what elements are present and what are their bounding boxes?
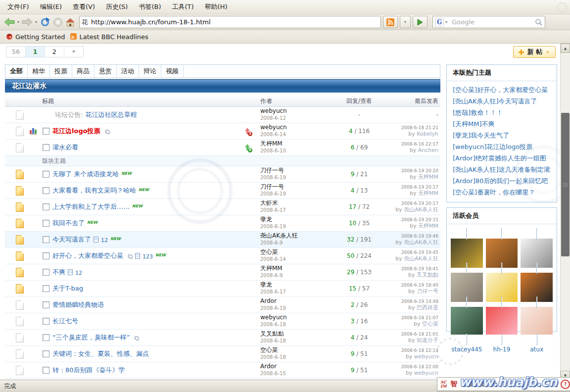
author-link[interactable]: 孽龙	[260, 216, 334, 223]
thread-title-link[interactable]: 灌水必看	[52, 143, 78, 152]
thread-checkbox[interactable]	[43, 350, 49, 357]
page-link[interactable]: 2	[104, 237, 108, 244]
author-link[interactable]: 刀仔一号	[260, 184, 334, 191]
new-post-dropdown-icon[interactable]: ▾	[545, 50, 550, 54]
thread-title-link[interactable]: 上大学前和上了大学后……	[52, 202, 130, 211]
vertical-scrollbar[interactable]: ▲ ▼	[560, 44, 570, 380]
avatar[interactable]	[486, 296, 518, 345]
ime-help-icon[interactable]: ?	[561, 380, 570, 389]
author-link[interactable]: 刀仔一号	[260, 167, 334, 174]
author-link[interactable]: 空心菜	[260, 249, 334, 256]
bookmark-getting-started[interactable]: Getting Started	[5, 32, 69, 42]
reload-button[interactable]	[39, 16, 51, 29]
hot-topic-link[interactable]: [Ardor]80后的我们一起来回忆吧	[453, 175, 551, 187]
menu-item[interactable]: 编辑(E)	[35, 1, 67, 12]
filter-tab[interactable]: 全部	[5, 65, 28, 78]
thread-title-link[interactable]: “三个臭皮匠，臭味都一样”	[52, 333, 130, 342]
filter-tab[interactable]: 精华	[28, 65, 50, 78]
lastpost-author-link[interactable]: 尧山AK杀人狂	[404, 255, 438, 262]
menu-item[interactable]: 文件(F)	[2, 1, 35, 12]
lastpost-author-link[interactable]: 巴西路亚	[417, 304, 438, 311]
author-link[interactable]: 天枰MM	[260, 265, 334, 272]
go-button[interactable]	[413, 16, 428, 28]
thread-title-link[interactable]: 无聊了 来个成语接龙哈	[52, 170, 119, 179]
page-link[interactable]: 3	[149, 253, 153, 260]
lastpost-author-link[interactable]: 尧山AK杀人狂	[404, 239, 438, 245]
thread-title-link[interactable]: 爱情婚姻经典物语	[52, 300, 104, 309]
lastpost-author-link[interactable]: 尧山AK杀人狂	[404, 206, 438, 213]
menu-item[interactable]: 历史(S)	[100, 1, 133, 12]
thread-checkbox[interactable]	[43, 220, 49, 227]
thread-title-link[interactable]: 花江边logo投票	[52, 127, 100, 136]
thread-checkbox[interactable]	[43, 367, 49, 374]
lastpost-author-link[interactable]: webyucn	[414, 353, 438, 360]
lastpost-author-link[interactable]: Kobelyh	[417, 131, 438, 137]
page-link[interactable]: 2	[79, 270, 82, 276]
thread-title-link[interactable]: 今天写遗言了	[52, 235, 91, 244]
bookmark-bbc-headlines[interactable]: Latest BBC Headlines	[69, 32, 152, 42]
ime-toolbar[interactable]: SCIM 智 智能拼音 全 ?	[437, 377, 570, 391]
lastpost-author-link[interactable]: 叉叉點點	[417, 272, 438, 278]
thread-title-link[interactable]: 花江边社区总章程	[85, 110, 137, 119]
lastpost-author-link[interactable]: 空心菜	[422, 321, 438, 327]
thread-checkbox[interactable]	[43, 301, 49, 308]
thread-checkbox[interactable]	[43, 252, 49, 259]
lastpost-author-link[interactable]: 天枰MM	[418, 174, 438, 180]
page-link[interactable]: 1	[142, 253, 146, 260]
scrollbar-thumb[interactable]	[561, 113, 570, 256]
filter-tab[interactable]: 商品	[72, 65, 95, 78]
back-dropdown-icon[interactable]: ▾	[16, 20, 21, 24]
search-engine-icon[interactable]: G	[435, 18, 444, 27]
ime-engine-name[interactable]: 智能拼音	[462, 380, 487, 389]
avatar[interactable]	[521, 296, 553, 345]
author-link[interactable]: 空心菜	[260, 347, 334, 354]
thread-title-link[interactable]: 长江七号	[52, 317, 78, 326]
pagination-next[interactable]: »	[64, 47, 83, 57]
url-text[interactable]: http://www.huajb.cn/forum-18-1.html	[91, 18, 379, 26]
thread-title-link[interactable]: 关于T-bag	[52, 284, 83, 293]
rss-feed-button[interactable]	[383, 16, 398, 28]
avatar[interactable]	[451, 296, 483, 345]
page-link[interactable]: 1	[101, 237, 104, 244]
filter-tab[interactable]: 辩论	[139, 65, 161, 78]
lastpost-author-link[interactable]: Anchen	[418, 147, 438, 153]
author-link[interactable]: 叉叉點點	[260, 331, 334, 338]
member-name-link[interactable]: stacey445	[451, 346, 483, 353]
thread-checkbox[interactable]	[43, 187, 49, 194]
author-link[interactable]: webyucn	[260, 314, 334, 321]
thread-checkbox[interactable]	[43, 128, 49, 135]
scim-logo[interactable]: SCIM	[440, 380, 447, 388]
thread-checkbox[interactable]	[43, 171, 49, 178]
author-link[interactable]: webyucn	[260, 124, 334, 131]
page-link[interactable]: 1	[75, 270, 79, 276]
url-bar[interactable]: 花 http://www.huajb.cn/forum-18-1.html	[79, 16, 381, 28]
ime-engine-icon[interactable]: 智	[451, 380, 458, 389]
page-link[interactable]: 2	[146, 253, 149, 260]
member-name-link[interactable]: atux	[521, 346, 553, 353]
filter-tab[interactable]: 视频	[161, 65, 184, 78]
thread-checkbox[interactable]	[43, 285, 49, 292]
thread-checkbox[interactable]	[43, 318, 49, 325]
thread-checkbox[interactable]	[43, 203, 49, 210]
author-link[interactable]: 天枰MM	[260, 141, 334, 147]
filter-tab[interactable]: 活动	[117, 65, 139, 78]
thread-checkbox[interactable]	[43, 236, 49, 243]
menu-item[interactable]: 工具(T)	[167, 1, 199, 12]
author-link[interactable]: 孽龙	[260, 282, 334, 289]
forward-dropdown-icon[interactable]: ▾	[34, 20, 39, 24]
hot-topic-link[interactable]: [尧山AK杀人狂]这几天准备制定灌水版	[453, 164, 551, 175]
hot-topic-link[interactable]: [webyucn]花江边logo投票	[453, 141, 551, 152]
scroll-up-arrow[interactable]: ▲	[561, 44, 570, 53]
menu-item[interactable]: 查看(V)	[67, 1, 100, 12]
hot-topic-link[interactable]: [空心菜]好开心，大家都爱空心菜	[453, 84, 551, 96]
author-link[interactable]: Ardor	[260, 298, 334, 305]
new-post-button[interactable]: 新 帖 ▾	[513, 46, 556, 58]
thread-title-link[interactable]: 不爽	[52, 268, 65, 277]
search-input[interactable]: Google	[449, 18, 535, 26]
lastpost-author-link[interactable]: webyucn	[414, 370, 438, 376]
filter-tab[interactable]: 投票	[50, 65, 72, 78]
thread-title-link[interactable]: 好开心，大家都爱空心菜	[52, 251, 123, 260]
author-link[interactable]: 大虾米	[260, 200, 334, 207]
pagination-page-2[interactable]: 2	[45, 47, 64, 57]
search-icon[interactable]	[535, 18, 543, 26]
